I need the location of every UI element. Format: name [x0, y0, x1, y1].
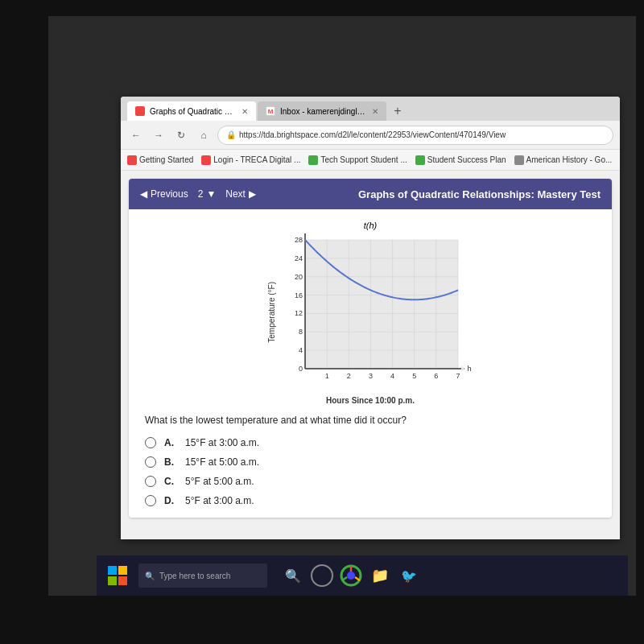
label-d: D. — [164, 495, 177, 506]
search-icon: 🔍 — [145, 572, 155, 580]
tab-inactive[interactable]: M Inbox - kamerenjdingledine@st ✕ — [258, 101, 386, 121]
start-button[interactable] — [103, 561, 132, 590]
bookmark-getting-started[interactable]: Getting Started — [127, 155, 193, 165]
svg-rect-2 — [108, 576, 117, 585]
radio-b[interactable] — [145, 456, 156, 468]
bk-icon-4 — [415, 155, 425, 165]
lock-icon: 🔒 — [226, 130, 236, 139]
bk-label-1: Getting Started — [139, 155, 193, 164]
url-text: https://tda.brightspace.com/d2l/le/conte… — [239, 130, 506, 139]
label-c: C. — [164, 476, 177, 487]
svg-line-7 — [355, 577, 360, 580]
bk-label-2: Login - TRECA Digital ... — [213, 155, 300, 164]
search-bar[interactable]: 🔍 Type here to search — [138, 564, 267, 588]
svg-rect-0 — [108, 566, 117, 575]
label-a: A. — [164, 437, 177, 448]
x-axis-label: Hours Since 10:00 p.m. — [267, 396, 474, 405]
previous-label: Previous — [151, 188, 188, 200]
question-num-value: 2 — [198, 188, 204, 200]
quiz-body: t(h) Temperature (°F) Hours Since 10:00 … — [129, 209, 612, 518]
text-c: 5°F at 5:00 a.m. — [185, 476, 254, 487]
bk-label-3: Tech Support Student ... — [320, 155, 407, 164]
question-text: What is the lowest temperature and at wh… — [145, 415, 596, 426]
label-b: B. — [164, 456, 177, 468]
graph-area: t(h) Temperature (°F) Hours Since 10:00 … — [267, 221, 474, 405]
browser-window: Graphs of Quadratic Relationshi ✕ M Inbo… — [121, 97, 620, 539]
previous-button[interactable]: ◀ Previous — [140, 188, 188, 200]
windows-icon — [106, 564, 129, 587]
bookmark-login-treca[interactable]: Login - TRECA Digital ... — [201, 155, 300, 165]
bookmark-tech-support[interactable]: Tech Support Student ... — [308, 155, 407, 165]
svg-line-8 — [342, 577, 347, 580]
svg-rect-1 — [118, 566, 127, 575]
prev-arrow-icon: ◀ — [140, 188, 147, 200]
choice-d[interactable]: D. 5°F at 3:00 a.m. — [145, 495, 596, 506]
answer-choices: A. 15°F at 3:00 a.m. B. 15°F at 5:00 a.m… — [145, 437, 596, 506]
taskbar-circle-icon[interactable] — [311, 564, 333, 587]
bookmark-student-success[interactable]: Student Success Plan — [415, 155, 506, 165]
taskbar-bird-icon[interactable]: 🐦 — [398, 564, 420, 587]
y-axis-label: Temperature (°F) — [267, 282, 276, 343]
radio-a[interactable] — [145, 437, 156, 448]
tab-close-2[interactable]: ✕ — [372, 107, 378, 116]
graph-title: t(h) — [267, 221, 474, 230]
back-button[interactable]: ← — [127, 126, 145, 144]
address-bar: ← → ↻ ⌂ 🔒 https://tda.brightspace.com/d2… — [121, 121, 620, 150]
taskbar: 🔍 Type here to search 🔍 📁 🐦 — [97, 555, 628, 596]
tab-favicon-2: M — [266, 106, 275, 116]
search-placeholder: Type here to search — [159, 572, 230, 580]
refresh-button[interactable]: ↻ — [172, 126, 190, 144]
taskbar-chrome-icon[interactable] — [340, 564, 362, 587]
bk-icon-2 — [201, 155, 211, 165]
quiz-title: Graphs of Quadratic Relationships: Maste… — [358, 188, 601, 200]
graph-canvas — [281, 232, 474, 393]
svg-point-5 — [347, 572, 355, 580]
bk-icon-1 — [127, 155, 137, 165]
graph-wrap: Temperature (°F) — [267, 232, 474, 393]
text-a: 15°F at 3:00 a.m. — [185, 437, 259, 448]
text-b: 15°F at 5:00 a.m. — [185, 456, 259, 468]
taskbar-folder-icon[interactable]: 📁 — [369, 564, 391, 587]
tab-label-1: Graphs of Quadratic Relationshi — [150, 107, 237, 116]
tab-favicon-1 — [135, 106, 145, 116]
bk-label-4: Student Success Plan — [427, 155, 506, 164]
url-bar[interactable]: 🔒 https://tda.brightspace.com/d2l/le/con… — [217, 126, 613, 145]
text-d: 5°F at 3:00 a.m. — [185, 495, 254, 506]
radio-c[interactable] — [145, 476, 156, 487]
choice-c[interactable]: C. 5°F at 5:00 a.m. — [145, 476, 596, 487]
next-button[interactable]: Next ▶ — [225, 188, 256, 200]
radio-d[interactable] — [145, 495, 156, 506]
question-number[interactable]: 2 ▼ — [198, 188, 217, 200]
new-tab-button[interactable]: + — [388, 101, 407, 121]
quiz-header: ◀ Previous 2 ▼ Next ▶ Graphs of Quadrati… — [129, 179, 612, 209]
tab-close-1[interactable]: ✕ — [242, 107, 248, 116]
forward-button[interactable]: → — [150, 126, 167, 144]
bookmarks-bar: Getting Started Login - TRECA Digital ..… — [121, 150, 620, 171]
screen: Graphs of Quadratic Relationshi ✕ M Inbo… — [48, 16, 636, 596]
next-label: Next — [225, 188, 246, 200]
bk-icon-3 — [308, 155, 318, 165]
taskbar-icons: 🔍 📁 🐦 — [282, 564, 420, 587]
choice-b[interactable]: B. 15°F at 5:00 a.m. — [145, 456, 596, 468]
taskbar-search-icon[interactable]: 🔍 — [282, 564, 304, 587]
bk-icon-5 — [514, 155, 524, 165]
quiz-panel: ◀ Previous 2 ▼ Next ▶ Graphs of Quadrati… — [129, 179, 612, 518]
graph-container: t(h) Temperature (°F) Hours Since 10:00 … — [145, 221, 596, 405]
laptop-frame: Graphs of Quadratic Relationshi ✕ M Inbo… — [0, 0, 644, 644]
next-arrow-icon: ▶ — [249, 188, 256, 200]
content-area: ◀ Previous 2 ▼ Next ▶ Graphs of Quadrati… — [121, 171, 620, 539]
tab-bar: Graphs of Quadratic Relationshi ✕ M Inbo… — [121, 97, 620, 121]
svg-rect-3 — [118, 576, 127, 585]
choice-a[interactable]: A. 15°F at 3:00 a.m. — [145, 437, 596, 448]
dropdown-icon: ▼ — [206, 188, 216, 200]
bk-label-5: American History - Go... — [526, 155, 613, 164]
tab-label-2: Inbox - kamerenjdingledine@st — [280, 107, 367, 116]
bookmark-american-history[interactable]: American History - Go... — [514, 155, 613, 165]
tab-active[interactable]: Graphs of Quadratic Relationshi ✕ — [127, 101, 256, 121]
home-button[interactable]: ⌂ — [195, 126, 213, 144]
